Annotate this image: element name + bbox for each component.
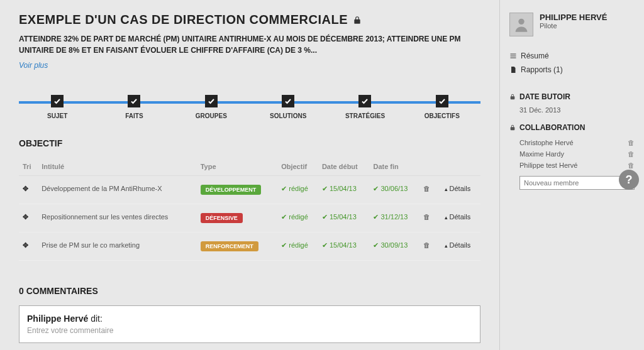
profile-role: Pilote: [540, 22, 607, 30]
svg-rect-3: [511, 58, 516, 58]
check-icon: [358, 95, 371, 107]
timeline-step-groupes[interactable]: GROUPES: [173, 95, 250, 119]
cell-intitule: Repositionnement sur les ventes directes: [38, 204, 197, 232]
collaborator-name: Christophe Hervé: [519, 139, 574, 146]
profile-block: PHILIPPE HERVÉ Pilote: [509, 13, 635, 36]
collaboration-heading: COLLABORATION: [509, 123, 635, 132]
timeline-step-objectifs[interactable]: OBJECTIFS: [404, 95, 480, 119]
comment-author-line: Philippe Hervé dit:: [27, 314, 472, 324]
help-button[interactable]: ?: [619, 170, 639, 190]
collaboration-label: COLLABORATION: [519, 123, 585, 132]
details-toggle[interactable]: Détails: [445, 241, 470, 249]
table-row: ✥Développement de la PM AntiRhume-XDÉVEL…: [19, 176, 480, 204]
cell-date-fin: 30/09/13: [373, 241, 408, 249]
deadline-value: 31 Déc. 2013: [509, 106, 635, 114]
comment-input-box[interactable]: Philippe Hervé dit: Entrez votre comment…: [19, 305, 480, 343]
timeline-step-solutions[interactable]: SOLUTIONS: [250, 95, 326, 119]
deadline-label: DATE BUTOIR: [519, 92, 570, 101]
trash-icon[interactable]: 🗑: [423, 241, 430, 249]
timeline-step-strategies[interactable]: STRATÉGIES: [326, 95, 403, 119]
type-badge: RENFORCEMENT: [201, 241, 258, 251]
trash-icon[interactable]: 🗑: [628, 150, 635, 158]
svg-rect-2: [511, 56, 516, 57]
drag-handle-icon[interactable]: ✥: [23, 213, 28, 221]
col-date-debut[interactable]: Date début: [318, 158, 370, 176]
drag-handle-icon[interactable]: ✥: [23, 185, 28, 192]
collaborator-row: Christophe Hervé🗑: [509, 137, 635, 148]
timeline-label: FAITS: [96, 112, 172, 119]
svg-point-0: [518, 19, 524, 25]
comment-author-name: Philippe Hervé: [27, 314, 88, 324]
comments-heading: 0 COMMENTAIRES: [19, 286, 480, 296]
table-row: ✥Prise de PM sur le co marketingRENFORCE…: [19, 232, 480, 261]
lock-icon: [509, 94, 516, 100]
check-icon: [205, 95, 218, 107]
col-intitule[interactable]: Intitulé: [38, 158, 197, 176]
list-icon: [509, 52, 517, 60]
objectives-table: Tri Intitulé Type Objectif Date début Da…: [19, 158, 480, 261]
cell-date-fin: 30/06/13: [373, 185, 408, 192]
collaborator-row: Philippe test Hervé🗑: [509, 160, 635, 171]
timeline-step-sujet[interactable]: SUJET: [19, 95, 96, 119]
cell-date-debut: 15/04/13: [322, 241, 357, 249]
check-icon: [128, 95, 140, 107]
new-member-input[interactable]: [519, 176, 635, 190]
timeline-label: SUJET: [19, 112, 96, 119]
page-title-text: EXEMPLE D'UN CAS DE DIRECTION COMMERCIAL…: [19, 13, 348, 27]
deadline-heading: DATE BUTOIR: [509, 92, 635, 101]
avatar: [509, 13, 533, 36]
details-toggle[interactable]: Détails: [445, 213, 470, 221]
col-date-fin[interactable]: Date fin: [369, 158, 419, 176]
timeline-label: STRATÉGIES: [326, 112, 403, 119]
cell-intitule: Prise de PM sur le co marketing: [38, 232, 197, 261]
trash-icon[interactable]: 🗑: [628, 139, 635, 146]
col-objectif[interactable]: Objectif: [277, 158, 318, 176]
rapports-link[interactable]: Rapports (1): [509, 63, 635, 77]
timeline-label: OBJECTIFS: [404, 112, 480, 119]
type-badge: DÉVELOPPEMENT: [201, 185, 262, 195]
trash-icon[interactable]: 🗑: [423, 185, 430, 192]
page-subtitle: ATTEINDRE 32% DE PART DE MARCHÉ (PM) UNI…: [19, 33, 480, 56]
type-badge: DÉFENSIVE: [201, 213, 243, 223]
cell-intitule: Développement de la PM AntiRhume-X: [38, 176, 197, 204]
details-toggle[interactable]: Détails: [445, 185, 470, 192]
timeline-step-faits[interactable]: FAITS: [96, 95, 172, 119]
collaborator-name: Maxime Hardy: [519, 150, 564, 158]
cell-date-fin: 31/12/13: [373, 213, 408, 221]
cell-objectif: rédigé: [281, 241, 308, 249]
col-tri[interactable]: Tri: [19, 158, 38, 176]
timeline-label: SOLUTIONS: [250, 112, 326, 119]
page-title: EXEMPLE D'UN CAS DE DIRECTION COMMERCIAL…: [19, 13, 480, 27]
profile-name: PHILIPPE HERVÉ: [540, 13, 607, 22]
check-icon: [282, 95, 294, 107]
rapports-link-label: Rapports (1): [521, 65, 563, 74]
cell-objectif: rédigé: [281, 213, 308, 221]
comment-placeholder[interactable]: Entrez votre commentaire: [27, 326, 472, 335]
resume-link[interactable]: Résumé: [509, 49, 635, 63]
cell-objectif: rédigé: [281, 185, 308, 192]
svg-rect-1: [511, 54, 516, 55]
check-icon: [436, 95, 448, 107]
drag-handle-icon[interactable]: ✥: [23, 241, 28, 249]
table-row: ✥Repositionnement sur les ventes directe…: [19, 204, 480, 232]
resume-link-label: Résumé: [521, 52, 549, 60]
comment-says: dit:: [91, 314, 103, 324]
col-type[interactable]: Type: [197, 158, 278, 176]
question-icon: ?: [626, 173, 633, 187]
see-more-link[interactable]: Voir plus: [19, 61, 48, 70]
lock-icon: [353, 16, 362, 25]
trash-icon[interactable]: 🗑: [423, 213, 430, 221]
cell-date-debut: 15/04/13: [322, 213, 357, 221]
timeline-label: GROUPES: [173, 112, 250, 119]
check-icon: [51, 95, 64, 107]
collaborator-name: Philippe test Hervé: [519, 161, 577, 169]
collaborator-row: Maxime Hardy🗑: [509, 148, 635, 160]
lock-icon: [509, 124, 516, 131]
progress-timeline: SUJET FAITS GROUPES SOLUTIONS STRATÉGIES…: [19, 95, 480, 119]
document-icon: [509, 66, 517, 74]
cell-date-debut: 15/04/13: [322, 185, 357, 192]
trash-icon[interactable]: 🗑: [628, 161, 635, 169]
objectives-heading: OBJECTIF: [19, 138, 480, 148]
